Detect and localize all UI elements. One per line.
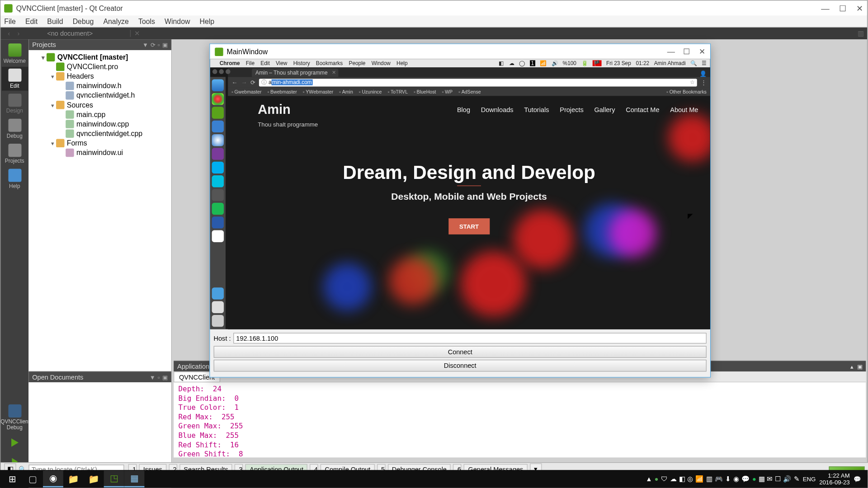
volume-icon[interactable]: 🔊 xyxy=(783,475,791,483)
menu-build[interactable]: Build xyxy=(47,17,63,25)
menu-help[interactable]: Help xyxy=(200,17,215,25)
mode-projects[interactable]: Projects xyxy=(1,142,28,166)
nav-fwd-icon[interactable]: › xyxy=(14,30,23,37)
nav-contact[interactable]: Contact Me xyxy=(626,106,659,113)
mode-design[interactable]: Design xyxy=(1,92,28,116)
minimize-button[interactable]: ― xyxy=(821,3,829,13)
tray-icon[interactable]: ▲ xyxy=(646,475,652,483)
output-max-icon[interactable]: ▣ xyxy=(857,363,863,370)
nav-tutorials[interactable]: Tutorials xyxy=(524,106,549,113)
mode-edit[interactable]: Edit xyxy=(1,67,28,91)
start-button[interactable]: START xyxy=(448,218,490,235)
kit-selector[interactable]: QVNCClient Debug xyxy=(0,403,28,432)
filter-icon[interactable]: ▼ xyxy=(142,42,148,48)
mac-date[interactable]: Fri 23 Sep xyxy=(606,60,631,66)
dock-qt-icon[interactable] xyxy=(212,107,224,118)
split-icon[interactable]: ▥ xyxy=(858,29,863,37)
tray-icon[interactable]: ◎ xyxy=(687,475,693,483)
dock-finder-icon[interactable] xyxy=(212,80,224,91)
dock-chrome-icon[interactable] xyxy=(212,93,224,105)
tree-c3[interactable]: qvncclientwidget.cpp xyxy=(28,129,171,138)
mode-welcome[interactable]: Welcome xyxy=(1,42,28,66)
tree-forms[interactable]: ▾Forms xyxy=(28,138,171,148)
close-doc-icon[interactable]: ✕ xyxy=(134,29,140,37)
dock-downloads-icon[interactable] xyxy=(212,287,224,299)
tree-headers[interactable]: ▾Headers xyxy=(28,71,171,81)
sync-icon[interactable]: ⟳ xyxy=(151,42,156,48)
tree-root[interactable]: ▾QVNCClient [master] xyxy=(28,52,171,62)
mw-close-button[interactable]: ✕ xyxy=(699,47,706,56)
bm-other[interactable]: ▫Other Bookmarks xyxy=(666,89,707,94)
menu-file[interactable]: File xyxy=(4,17,16,25)
tree-ui1[interactable]: mainwindow.ui xyxy=(28,148,171,157)
dock-app-icon[interactable] xyxy=(212,175,224,187)
tray-icon[interactable]: ◧ xyxy=(499,60,504,66)
menu-tools[interactable]: Tools xyxy=(138,17,155,25)
mac-menu-bookmarks[interactable]: Bookmarks xyxy=(316,60,343,66)
menu-icon[interactable]: ☰ xyxy=(702,60,707,66)
bm-wp[interactable]: ▫WP xyxy=(442,89,453,94)
address-bar[interactable]: ⓘ amin-ahmadi.com ☆ xyxy=(259,79,697,86)
notifications-icon[interactable]: 💬 xyxy=(854,476,861,483)
menu-debug[interactable]: Debug xyxy=(73,17,94,25)
lang-indicator[interactable]: ENG xyxy=(803,476,816,483)
bm-uzunince[interactable]: ▫Uzunince xyxy=(359,89,382,94)
nav-projects[interactable]: Projects xyxy=(560,106,583,113)
tray-icon[interactable]: ▦ xyxy=(759,475,764,483)
vnc-viewport[interactable]: Chrome File Edit View History Bookmarks … xyxy=(210,59,710,329)
host-input[interactable] xyxy=(233,333,707,344)
spotlight-icon[interactable]: 🔍 xyxy=(690,60,697,66)
dock-trash-icon[interactable] xyxy=(212,315,224,327)
dock-word-icon[interactable] xyxy=(212,216,224,228)
dock-skype-icon[interactable] xyxy=(212,162,224,174)
taskview-button[interactable]: ▢ xyxy=(23,470,43,487)
wifi-icon[interactable]: 📶 xyxy=(540,60,547,66)
chrome-tab[interactable]: Amin – Thou shalt programme ✕ xyxy=(252,69,338,77)
tray-icon[interactable]: 💬 xyxy=(741,475,750,483)
tree-h2[interactable]: qvncclientwidget.h xyxy=(28,91,171,100)
tray-icon[interactable]: ◯ xyxy=(519,60,525,66)
start-button[interactable]: ⊞ xyxy=(2,470,23,487)
mac-menu-help[interactable]: Help xyxy=(396,60,407,66)
split-icon[interactable]: ▫ xyxy=(158,42,160,48)
tree-h1[interactable]: mainwindow.h xyxy=(28,81,171,91)
tray-icon[interactable]: ◧ xyxy=(679,475,685,483)
tray-icon[interactable]: 🛡 xyxy=(661,475,668,483)
tray-icon[interactable]: ▥ xyxy=(706,475,712,483)
chrome-avatar-icon[interactable]: 👤 xyxy=(696,70,710,77)
dock-onenote-icon[interactable] xyxy=(212,148,224,160)
tb-app-icon[interactable]: ▦ xyxy=(124,470,145,487)
flag-icon[interactable]: 🏴 xyxy=(593,60,602,66)
bm-bluehost[interactable]: ▫BlueHost xyxy=(414,89,436,94)
run-button[interactable] xyxy=(8,436,22,450)
split-icon[interactable]: ▼ xyxy=(150,374,156,380)
tray-icon[interactable]: 🎮 xyxy=(715,475,723,483)
tray-icon[interactable]: ⬇ xyxy=(725,475,731,483)
mac-menu-view[interactable]: View xyxy=(276,60,288,66)
bm-bwebmaster[interactable]: ▫Bwebmaster xyxy=(268,89,297,94)
mac-user[interactable]: Amin Ahmadi xyxy=(654,60,686,66)
mac-menu-history[interactable]: History xyxy=(293,60,310,66)
tree-c2[interactable]: mainwindow.cpp xyxy=(28,119,171,129)
output-collapse-icon[interactable]: ▴ xyxy=(850,363,854,370)
nav-downloads[interactable]: Downloads xyxy=(481,106,514,113)
tray-icon[interactable]: ☐ xyxy=(775,475,781,483)
star-icon[interactable]: ☆ xyxy=(690,80,695,85)
mode-debug[interactable]: Debug xyxy=(1,117,28,141)
mode-help[interactable]: Help xyxy=(1,167,28,191)
bm-gwebmaster[interactable]: ▫Gwebmaster xyxy=(231,89,261,94)
tb-chrome-icon[interactable]: ◉ xyxy=(43,470,63,487)
close-panel-icon[interactable]: ▫ xyxy=(158,374,160,380)
dock-spotify-icon[interactable] xyxy=(212,203,224,215)
disconnect-button[interactable]: Disconnect xyxy=(214,360,707,371)
reload-icon[interactable]: ⟳ xyxy=(250,79,255,86)
mac-time[interactable]: 01:22 xyxy=(636,60,649,66)
tray-icon[interactable]: ☁ xyxy=(670,475,677,483)
traffic-max-icon[interactable] xyxy=(226,69,231,74)
bm-ywebmaster[interactable]: ▫YWebmaster xyxy=(303,89,333,94)
nav-gallery[interactable]: Gallery xyxy=(594,106,615,113)
mac-menu-window[interactable]: Window xyxy=(372,60,391,66)
tab-close-icon[interactable]: ✕ xyxy=(332,70,336,75)
back-icon[interactable]: ← xyxy=(231,79,237,86)
mac-menu-people[interactable]: People xyxy=(349,60,365,66)
